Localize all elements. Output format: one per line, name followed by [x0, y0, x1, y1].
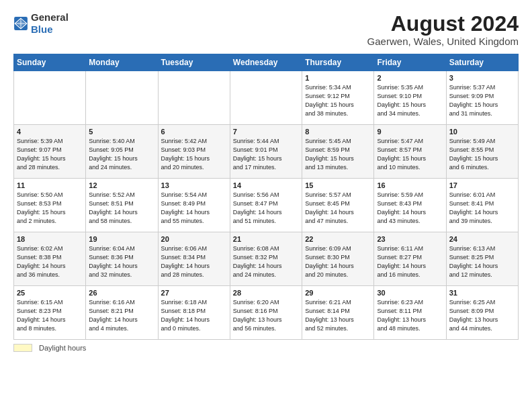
calendar-week-row: 1Sunrise: 5:34 AM Sunset: 9:12 PM Daylig… — [14, 71, 519, 125]
calendar-header-wednesday: Wednesday — [230, 54, 302, 71]
day-info: Sunrise: 6:25 AM Sunset: 8:09 PM Dayligh… — [449, 298, 515, 333]
calendar-cell: 9Sunrise: 5:47 AM Sunset: 8:57 PM Daylig… — [374, 125, 446, 179]
day-info: Sunrise: 5:49 AM Sunset: 8:55 PM Dayligh… — [449, 137, 515, 172]
day-number: 3 — [449, 74, 515, 82]
calendar-cell: 23Sunrise: 6:11 AM Sunset: 8:27 PM Dayli… — [374, 232, 446, 286]
day-number: 26 — [89, 289, 154, 297]
logo-general: General — [31, 12, 69, 24]
logo-icon — [13, 16, 28, 31]
day-info: Sunrise: 6:15 AM Sunset: 8:23 PM Dayligh… — [17, 298, 83, 333]
day-number: 24 — [449, 235, 515, 243]
calendar-week-row: 11Sunrise: 5:50 AM Sunset: 8:53 PM Dayli… — [14, 179, 519, 232]
legend-label: Daylight hours — [39, 344, 86, 352]
day-number: 16 — [377, 181, 443, 189]
calendar-cell — [158, 71, 230, 125]
calendar-cell: 17Sunrise: 6:01 AM Sunset: 8:41 PM Dayli… — [446, 179, 518, 232]
day-info: Sunrise: 6:13 AM Sunset: 8:25 PM Dayligh… — [449, 244, 515, 279]
calendar-cell: 5Sunrise: 5:40 AM Sunset: 9:05 PM Daylig… — [86, 125, 158, 179]
day-info: Sunrise: 5:52 AM Sunset: 8:51 PM Dayligh… — [89, 191, 154, 226]
day-number: 8 — [305, 128, 371, 136]
subtitle: Gaerwen, Wales, United Kingdom — [367, 36, 519, 47]
day-info: Sunrise: 5:42 AM Sunset: 9:03 PM Dayligh… — [161, 137, 227, 172]
day-number: 1 — [305, 74, 371, 82]
calendar-cell: 26Sunrise: 6:16 AM Sunset: 8:21 PM Dayli… — [86, 286, 158, 340]
day-number: 11 — [17, 181, 83, 189]
day-number: 12 — [89, 181, 154, 189]
day-info: Sunrise: 5:59 AM Sunset: 8:43 PM Dayligh… — [377, 191, 443, 226]
day-number: 29 — [305, 289, 371, 297]
calendar-cell: 28Sunrise: 6:20 AM Sunset: 8:16 PM Dayli… — [230, 286, 302, 340]
day-number: 6 — [161, 128, 227, 136]
calendar-cell: 25Sunrise: 6:15 AM Sunset: 8:23 PM Dayli… — [14, 286, 86, 340]
day-number: 9 — [377, 128, 443, 136]
calendar-header-monday: Monday — [86, 54, 158, 71]
calendar-header-row: SundayMondayTuesdayWednesdayThursdayFrid… — [14, 54, 519, 71]
calendar-cell: 21Sunrise: 6:08 AM Sunset: 8:32 PM Dayli… — [230, 232, 302, 286]
day-number: 28 — [233, 289, 299, 297]
day-number: 5 — [89, 128, 154, 136]
calendar-cell: 27Sunrise: 6:18 AM Sunset: 8:18 PM Dayli… — [158, 286, 230, 340]
calendar-table: SundayMondayTuesdayWednesdayThursdayFrid… — [13, 54, 519, 340]
calendar-week-row: 4Sunrise: 5:39 AM Sunset: 9:07 PM Daylig… — [14, 125, 519, 179]
calendar-cell: 7Sunrise: 5:44 AM Sunset: 9:01 PM Daylig… — [230, 125, 302, 179]
day-info: Sunrise: 5:37 AM Sunset: 9:09 PM Dayligh… — [449, 83, 515, 118]
calendar-cell: 10Sunrise: 5:49 AM Sunset: 8:55 PM Dayli… — [446, 125, 518, 179]
calendar-cell: 16Sunrise: 5:59 AM Sunset: 8:43 PM Dayli… — [374, 179, 446, 232]
calendar-cell: 18Sunrise: 6:02 AM Sunset: 8:38 PM Dayli… — [14, 232, 86, 286]
day-number: 22 — [305, 235, 371, 243]
calendar-cell: 1Sunrise: 5:34 AM Sunset: 9:12 PM Daylig… — [302, 71, 374, 125]
day-number: 21 — [233, 235, 299, 243]
day-info: Sunrise: 5:39 AM Sunset: 9:07 PM Dayligh… — [17, 137, 83, 172]
page: General Blue August 2024 Gaerwen, Wales,… — [0, 0, 532, 359]
calendar-header-friday: Friday — [374, 54, 446, 71]
calendar-header-sunday: Sunday — [14, 54, 86, 71]
day-info: Sunrise: 5:34 AM Sunset: 9:12 PM Dayligh… — [305, 83, 371, 118]
logo-blue: Blue — [31, 24, 53, 35]
day-info: Sunrise: 6:23 AM Sunset: 8:11 PM Dayligh… — [377, 298, 443, 333]
calendar-cell: 31Sunrise: 6:25 AM Sunset: 8:09 PM Dayli… — [446, 286, 518, 340]
calendar-cell: 14Sunrise: 5:56 AM Sunset: 8:47 PM Dayli… — [230, 179, 302, 232]
calendar-cell: 20Sunrise: 6:06 AM Sunset: 8:34 PM Dayli… — [158, 232, 230, 286]
main-title: August 2024 — [367, 12, 519, 36]
day-number: 4 — [17, 128, 83, 136]
day-number: 30 — [377, 289, 443, 297]
day-number: 2 — [377, 74, 443, 82]
calendar-week-row: 18Sunrise: 6:02 AM Sunset: 8:38 PM Dayli… — [14, 232, 519, 286]
day-info: Sunrise: 5:44 AM Sunset: 9:01 PM Dayligh… — [233, 137, 299, 172]
calendar-cell: 11Sunrise: 5:50 AM Sunset: 8:53 PM Dayli… — [14, 179, 86, 232]
day-number: 23 — [377, 235, 443, 243]
day-info: Sunrise: 5:57 AM Sunset: 8:45 PM Dayligh… — [305, 191, 371, 226]
footer: Daylight hours — [13, 344, 519, 352]
day-info: Sunrise: 6:20 AM Sunset: 8:16 PM Dayligh… — [233, 298, 299, 333]
day-info: Sunrise: 6:04 AM Sunset: 8:36 PM Dayligh… — [89, 244, 154, 279]
day-info: Sunrise: 5:40 AM Sunset: 9:05 PM Dayligh… — [89, 137, 154, 172]
day-info: Sunrise: 5:54 AM Sunset: 8:49 PM Dayligh… — [161, 191, 227, 226]
calendar-cell: 24Sunrise: 6:13 AM Sunset: 8:25 PM Dayli… — [446, 232, 518, 286]
calendar-cell: 4Sunrise: 5:39 AM Sunset: 9:07 PM Daylig… — [14, 125, 86, 179]
day-number: 20 — [161, 235, 227, 243]
day-info: Sunrise: 6:08 AM Sunset: 8:32 PM Dayligh… — [233, 244, 299, 279]
calendar-cell: 29Sunrise: 6:21 AM Sunset: 8:14 PM Dayli… — [302, 286, 374, 340]
legend-box — [13, 344, 32, 352]
day-number: 19 — [89, 235, 154, 243]
calendar-cell: 13Sunrise: 5:54 AM Sunset: 8:49 PM Dayli… — [158, 179, 230, 232]
day-number: 10 — [449, 128, 515, 136]
day-info: Sunrise: 6:01 AM Sunset: 8:41 PM Dayligh… — [449, 191, 515, 226]
calendar-cell — [230, 71, 302, 125]
day-number: 27 — [161, 289, 227, 297]
day-info: Sunrise: 6:11 AM Sunset: 8:27 PM Dayligh… — [377, 244, 443, 279]
day-info: Sunrise: 5:56 AM Sunset: 8:47 PM Dayligh… — [233, 191, 299, 226]
calendar-cell: 6Sunrise: 5:42 AM Sunset: 9:03 PM Daylig… — [158, 125, 230, 179]
day-number: 7 — [233, 128, 299, 136]
logo-text: General Blue — [31, 12, 69, 36]
calendar-cell: 19Sunrise: 6:04 AM Sunset: 8:36 PM Dayli… — [86, 232, 158, 286]
day-number: 17 — [449, 181, 515, 189]
day-info: Sunrise: 6:18 AM Sunset: 8:18 PM Dayligh… — [161, 298, 227, 333]
calendar-cell — [86, 71, 158, 125]
calendar-header-saturday: Saturday — [446, 54, 518, 71]
day-info: Sunrise: 6:09 AM Sunset: 8:30 PM Dayligh… — [305, 244, 371, 279]
calendar-cell: 8Sunrise: 5:45 AM Sunset: 8:59 PM Daylig… — [302, 125, 374, 179]
day-info: Sunrise: 5:45 AM Sunset: 8:59 PM Dayligh… — [305, 137, 371, 172]
day-info: Sunrise: 5:47 AM Sunset: 8:57 PM Dayligh… — [377, 137, 443, 172]
calendar-cell: 15Sunrise: 5:57 AM Sunset: 8:45 PM Dayli… — [302, 179, 374, 232]
